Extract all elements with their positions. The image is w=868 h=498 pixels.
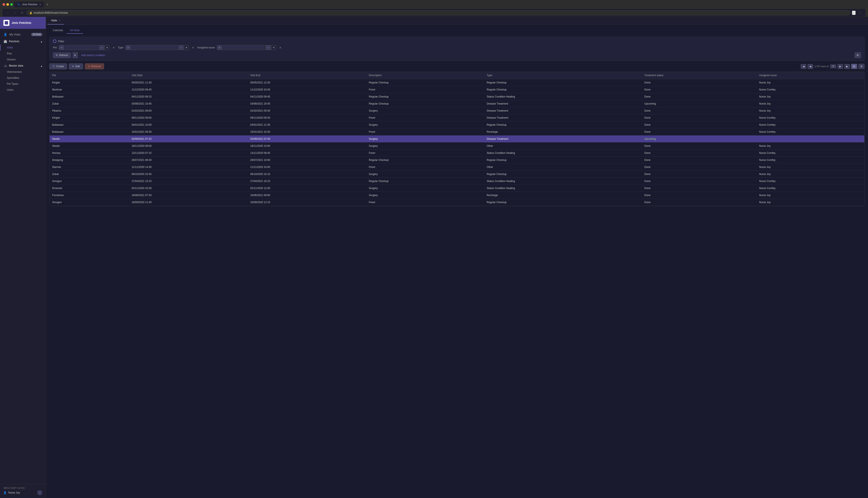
pet-filter-input[interactable]	[64, 45, 99, 50]
refresh-button[interactable]: ↻ Refresh	[53, 52, 71, 58]
address-bar[interactable]: 🔒 localhost:8080/#main/14/visits	[26, 10, 850, 15]
remove-label: Remove	[91, 65, 101, 68]
table-row[interactable]: Smogon27/04/2021 15:1527/04/2021 16:15Re…	[50, 178, 864, 185]
cell-nurse: Nurse Comfey	[756, 178, 864, 185]
sidebar: Jmix Petclinic 👤 My Visits 26 Visits 🏥 P…	[0, 17, 46, 498]
new-tab-button[interactable]: +	[45, 2, 50, 7]
pet-filter-clear[interactable]: ✕	[105, 45, 110, 50]
cell-nurse: Nurse Joy	[756, 100, 864, 107]
nurse-filter-input[interactable]	[222, 45, 265, 50]
nurse-filter-ellipsis[interactable]: ···	[266, 45, 271, 50]
table-row[interactable]: Murkrow11/12/2020 09:4511/12/2020 10:45F…	[50, 86, 864, 93]
maximize-traffic-light[interactable]	[10, 3, 13, 6]
nurse-filter-label: Assigned nurse	[197, 46, 215, 49]
cell-visit-end: 13/11/2020 08:45	[247, 149, 366, 157]
back-button[interactable]: ←	[5, 11, 11, 15]
pet-filter-ellipsis[interactable]: ···	[99, 45, 104, 50]
edit-button[interactable]: ✏ Edit	[69, 63, 83, 69]
next-page-button-2[interactable]: ▶	[844, 64, 850, 69]
cell-pet: Smogon	[50, 199, 129, 206]
type-filter-select[interactable]	[131, 45, 178, 50]
tab-calendar[interactable]: Calendar	[49, 27, 67, 34]
type-filter-ellipsis[interactable]: ···	[179, 45, 183, 50]
cell-description: Fever	[366, 163, 484, 171]
cell-description: Surgery	[366, 121, 484, 129]
sidebar-item-my-visits[interactable]: 👤 My Visits 26 Visits	[0, 30, 46, 38]
cell-type: Status Condition Healing	[484, 93, 642, 100]
table-row[interactable]: Horsea13/11/2020 07:1513/11/2020 08:45Fe…	[50, 149, 864, 157]
table-row[interactable]: Starmie11/11/2020 14:3011/11/2020 16:00F…	[50, 163, 864, 171]
table-row[interactable]: Smogon16/09/2020 11:4516/09/2020 12:15Fe…	[50, 199, 864, 206]
main-tab-visits[interactable]: Visits ✕	[48, 17, 64, 25]
table-row[interactable]: Bulbasaur04/11/2020 08:1504/11/2020 09:4…	[50, 93, 864, 100]
type-eq-button[interactable]: =	[126, 45, 131, 50]
type-filter-clear[interactable]: ✕	[184, 45, 189, 50]
reload-button[interactable]: ↻	[20, 11, 25, 15]
cell-status: Done	[642, 107, 756, 114]
nurse-eq-button[interactable]: =	[217, 45, 222, 50]
next-page-button[interactable]: ▶	[838, 64, 843, 69]
cell-nurse: Nurse Comfey	[756, 129, 864, 135]
minimize-traffic-light[interactable]	[7, 3, 9, 6]
sidebar-item-pets[interactable]: Pets	[0, 51, 46, 56]
nurse-filter-remove[interactable]: ✕	[278, 45, 282, 50]
table-row[interactable]: Kingler05/05/2021 11:3005/05/2021 12:30R…	[50, 79, 864, 86]
table-row[interactable]: Forretress16/06/2021 07:3016/06/2021 09:…	[50, 192, 864, 199]
add-condition-button[interactable]: Add search condition	[79, 53, 107, 58]
table-row[interactable]: Bulbasaur15/01/2021 09:3015/01/2021 10:3…	[50, 129, 864, 135]
pet-filter-remove[interactable]: ✕	[112, 45, 116, 50]
cell-visit-end: 16/09/2020 12:15	[247, 199, 366, 206]
cell-visit-end: 02/11/2020 12:00	[247, 185, 366, 192]
forward-button[interactable]: →	[12, 11, 18, 15]
tab-all-visits[interactable]: All Visits	[67, 27, 83, 34]
x-icon: ✕	[88, 65, 90, 68]
prev-page-button[interactable]: ◀	[801, 64, 806, 69]
sidebar-item-owners[interactable]: Owners	[0, 56, 46, 63]
table-row[interactable]: Steelix18/11/2020 09:0018/11/2020 10:00S…	[50, 143, 864, 149]
toolbar-right: ◀ ◀ 1-50 rows of 77 ▶ ▶ ⊞ ⚙	[801, 64, 865, 69]
sidebar-item-pet-types[interactable]: Pet Types	[0, 81, 46, 87]
cell-pet: Steelix	[50, 143, 129, 149]
filter-settings-button[interactable]: ⚙	[855, 52, 861, 58]
cell-nurse: Nurse Joy	[756, 143, 864, 149]
col-header-pet: Pet	[50, 72, 129, 79]
table-row[interactable]: Pikachu01/02/2021 09:0001/02/2021 09:30S…	[50, 107, 864, 114]
close-traffic-light[interactable]	[2, 3, 5, 6]
tab-close-button[interactable]: ✕	[39, 3, 41, 6]
cell-pet: Zubat	[50, 171, 129, 178]
cell-status: Done	[642, 86, 756, 93]
create-button[interactable]: ☐ Create	[49, 63, 67, 69]
cell-visit-start: 16/06/2021 07:30	[129, 192, 247, 199]
sidebar-item-users[interactable]: Users	[0, 87, 46, 93]
cell-visit-end: 02/09/2021 07:45	[247, 135, 366, 143]
remove-button[interactable]: ✕ Remove	[85, 63, 104, 69]
table-row[interactable]: Drowzee02/11/2020 10:3002/11/2020 12:00S…	[50, 185, 864, 192]
browser-tab-active[interactable]: 🐾 Jmix Petclinic ✕	[14, 2, 44, 7]
sidebar-collapse-button[interactable]: ←	[37, 490, 42, 495]
refresh-dropdown-button[interactable]: ▾	[73, 52, 78, 58]
sidebar-section-petclinic-label: Petclinic	[9, 40, 20, 43]
sidebar-item-visits[interactable]: Visits	[0, 44, 46, 51]
main-tab-close-button[interactable]: ✕	[59, 19, 61, 22]
table-row[interactable]: Zubat03/08/2021 15:4503/08/2021 16:45Reg…	[50, 100, 864, 107]
table-row[interactable]: Bulbasaur04/01/2021 10:0004/01/2021 11:3…	[50, 121, 864, 129]
cell-visit-start: 26/07/2021 08:30	[129, 157, 247, 163]
table-row[interactable]: Zubat06/10/2020 15:4506/10/2020 16:15Sur…	[50, 171, 864, 178]
type-filter-remove[interactable]: ✕	[191, 45, 195, 50]
table-row[interactable]: Dewgong26/07/2021 08:3026/07/2021 10:00R…	[50, 157, 864, 163]
sidebar-item-veterinarians[interactable]: Veterinarians	[0, 69, 46, 75]
prev-page-button-2[interactable]: ◀	[807, 64, 813, 69]
pet-eq-button[interactable]: =	[59, 45, 64, 50]
menu-button[interactable]: ⋮	[857, 11, 863, 15]
table-row[interactable]: Kingler09/11/2020 09:0009/11/2020 09:30F…	[50, 114, 864, 121]
sidebar-section-petclinic[interactable]: 🏥 Petclinic ▴	[0, 38, 46, 44]
sidebar-section-master-data[interactable]: 🗂 Master data ▴	[0, 63, 46, 69]
cell-visit-start: 06/10/2020 15:45	[129, 171, 247, 178]
grid-view-button[interactable]: ⊞	[851, 64, 857, 69]
table-settings-button[interactable]: ⚙	[858, 64, 865, 69]
table-row[interactable]: Steelix02/09/2021 07:1502/09/2021 07:45S…	[50, 135, 864, 143]
cell-visit-start: 05/05/2021 11:30	[129, 79, 247, 86]
sidebar-item-specialties[interactable]: Specialties	[0, 75, 46, 81]
bookmark-button[interactable]: ☆	[852, 11, 856, 15]
nurse-filter-clear[interactable]: ✕	[271, 45, 276, 50]
